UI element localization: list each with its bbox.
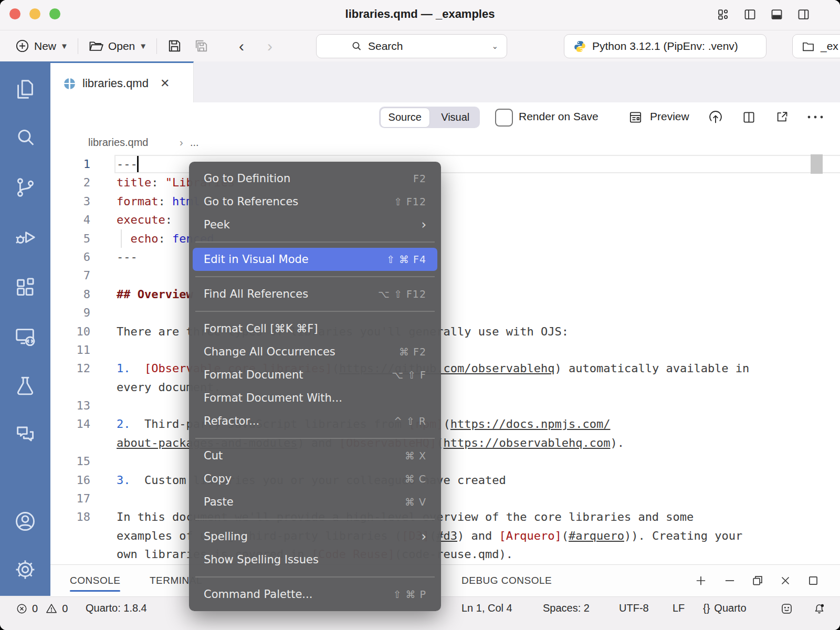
toggle-secondary-sidebar-icon[interactable]: [796, 7, 811, 22]
panel-restore-icon[interactable]: [751, 574, 764, 587]
encoding-status[interactable]: UTF-8: [619, 602, 649, 614]
problems-status[interactable]: 0 0: [16, 602, 68, 615]
code-line[interactable]: 9: [50, 303, 840, 322]
code-line[interactable]: 3format: html: [50, 192, 840, 211]
code-line[interactable]: 17: [50, 489, 840, 508]
code-line[interactable]: 142. Third-party JavaScript libraries fr…: [50, 415, 840, 433]
run-debug-icon[interactable]: [13, 225, 37, 249]
menu-item-show-spelling-issues[interactable]: Show Spelling Issues: [189, 548, 441, 571]
code-line[interactable]: 5 echo: fenced: [50, 229, 840, 248]
minimize-window-button[interactable]: [29, 8, 40, 19]
menu-item-go-to-definition[interactable]: Go to DefinitionF2: [189, 167, 441, 190]
code-line[interactable]: 4execute:: [50, 211, 840, 229]
settings-gear-icon[interactable]: [13, 558, 37, 582]
open-button[interactable]: Open ▼: [88, 38, 147, 54]
code-line[interactable]: 18In this document we'll provide a high-…: [50, 508, 840, 526]
menu-item-paste[interactable]: Paste⌘ V: [189, 490, 441, 513]
interpreter-selector[interactable]: Python 3.12.1 (PipEnv: .venv): [564, 34, 766, 58]
code-line[interactable]: 163. Custom libraries you or your collea…: [50, 471, 840, 489]
tab-libraries-qmd[interactable]: libraries.qmd ✕: [50, 61, 194, 104]
code-line[interactable]: 10There are three types of libraries you…: [50, 322, 840, 341]
panel-close-icon[interactable]: [779, 574, 792, 587]
panel-add-icon[interactable]: [694, 574, 708, 587]
menu-item-format-document[interactable]: Format Document⌥ ⇧ F: [189, 363, 441, 386]
menu-item-peek[interactable]: Peek›: [189, 213, 441, 236]
chevron-down-icon: ⌄: [491, 41, 498, 51]
close-tab-icon[interactable]: ✕: [160, 77, 170, 90]
menu-item-find-all-references[interactable]: Find All References⌥ ⇧ F12: [189, 282, 441, 306]
account-icon[interactable]: [13, 509, 37, 533]
menu-item-go-to-references[interactable]: Go to References⇧ F12: [189, 190, 441, 213]
code-line[interactable]: own libraries is covered in [Code Reuse]…: [50, 545, 840, 563]
source-mode-button[interactable]: Source: [381, 108, 430, 127]
feedback-smiley-icon[interactable]: [780, 602, 793, 615]
panel-tab-console[interactable]: CONSOLE: [70, 565, 120, 596]
source-control-icon[interactable]: [13, 175, 37, 200]
indentation-status[interactable]: Spaces: 2: [543, 602, 590, 614]
split-editor-icon[interactable]: [741, 110, 757, 125]
navigate-back-button[interactable]: ‹: [239, 37, 244, 55]
code-line[interactable]: 8## Overview: [50, 285, 840, 303]
menu-item-change-all-occurrences[interactable]: Change All Occurrences⌘ F2: [189, 340, 441, 363]
code-line[interactable]: about-packages-and-modules) and [Observa…: [50, 434, 840, 452]
zoom-window-button[interactable]: [49, 8, 60, 19]
menu-item-spelling[interactable]: Spelling›: [189, 525, 441, 548]
open-external-icon[interactable]: [775, 110, 789, 124]
panel-tab-bar: CONSOLE TERMINAL DEBUG CONSOLE: [50, 564, 840, 596]
menu-item-command-palette[interactable]: Command Palette...⇧ ⌘ P: [189, 583, 441, 606]
visual-mode-button[interactable]: Visual: [431, 107, 480, 128]
panel-maximize-icon[interactable]: [806, 574, 820, 587]
code-line[interactable]: 7: [50, 266, 840, 285]
editor-scrollbar[interactable]: [811, 154, 823, 174]
window-title: libraries.qmd — _examples: [345, 7, 495, 21]
line-number: 12: [50, 359, 90, 377]
code-line[interactable]: 121. [Observable core libraries](https:/…: [50, 359, 840, 377]
code-line[interactable]: examples of using third-party libraries …: [50, 527, 840, 545]
code-line[interactable]: 11: [50, 341, 840, 359]
project-selector[interactable]: _ex: [792, 34, 840, 58]
testing-icon[interactable]: [13, 374, 37, 398]
search-view-icon[interactable]: [13, 125, 37, 150]
menu-item-refactor[interactable]: Refactor...^ ⇧ R: [189, 410, 441, 433]
explorer-icon[interactable]: [13, 77, 37, 101]
language-mode-status[interactable]: {} Quarto: [703, 602, 747, 614]
extensions-icon[interactable]: [13, 275, 37, 299]
close-window-button[interactable]: [9, 8, 20, 19]
menu-item-edit-in-visual-mode[interactable]: Edit in Visual Mode⇧ ⌘ F4: [193, 248, 437, 271]
chat-icon[interactable]: [13, 422, 37, 446]
preview-label[interactable]: Preview: [650, 110, 689, 123]
notifications-bell-icon[interactable]: [813, 602, 826, 615]
cursor-position-status[interactable]: Ln 1, Col 4: [461, 602, 512, 614]
menu-shortcut: ⌥ ⇧ F12: [378, 288, 426, 300]
code-line[interactable]: 6---: [50, 248, 840, 266]
render-on-save-checkbox[interactable]: [495, 109, 513, 127]
search-box[interactable]: Search ⌄: [316, 34, 507, 58]
code-line[interactable]: every document.: [50, 378, 840, 396]
save-button[interactable]: [166, 38, 183, 54]
quarto-version-status[interactable]: Quarto: 1.8.4: [86, 602, 147, 614]
panel-tab-debug-console[interactable]: DEBUG CONSOLE: [461, 565, 552, 596]
toggle-panel-icon[interactable]: [770, 7, 784, 22]
breadcrumb-more[interactable]: ...: [190, 136, 199, 149]
customize-layout-icon[interactable]: [716, 7, 730, 22]
sessions-icon[interactable]: [13, 324, 37, 349]
breadcrumb-file[interactable]: libraries.qmd: [88, 136, 148, 149]
code-line[interactable]: 13: [50, 396, 840, 415]
panel-minimize-icon[interactable]: [723, 574, 737, 587]
navigate-forward-button[interactable]: ›: [267, 37, 272, 55]
publish-icon[interactable]: [708, 110, 723, 125]
eol-status[interactable]: LF: [673, 602, 685, 614]
code-line[interactable]: 15: [50, 452, 840, 470]
toggle-sidebar-icon[interactable]: [743, 7, 757, 22]
preview-icon[interactable]: [628, 110, 643, 125]
menu-item-cut[interactable]: Cut⌘ X: [189, 444, 441, 467]
more-actions-icon[interactable]: [806, 114, 824, 120]
save-all-button[interactable]: [193, 38, 209, 54]
code-editor[interactable]: 1---2title: "Libraries"3format: html4exe…: [50, 155, 840, 564]
new-button[interactable]: New ▼: [15, 38, 68, 54]
menu-item-copy[interactable]: Copy⌘ C: [189, 467, 441, 490]
code-line[interactable]: 2title: "Libraries": [50, 173, 840, 192]
menu-item-format-cell-k-f[interactable]: Format Cell [⌘K ⌘F]: [189, 317, 441, 340]
menu-item-format-document-with[interactable]: Format Document With...: [189, 386, 441, 410]
menu-shortcut: ⇧ ⌘ F4: [386, 254, 426, 265]
